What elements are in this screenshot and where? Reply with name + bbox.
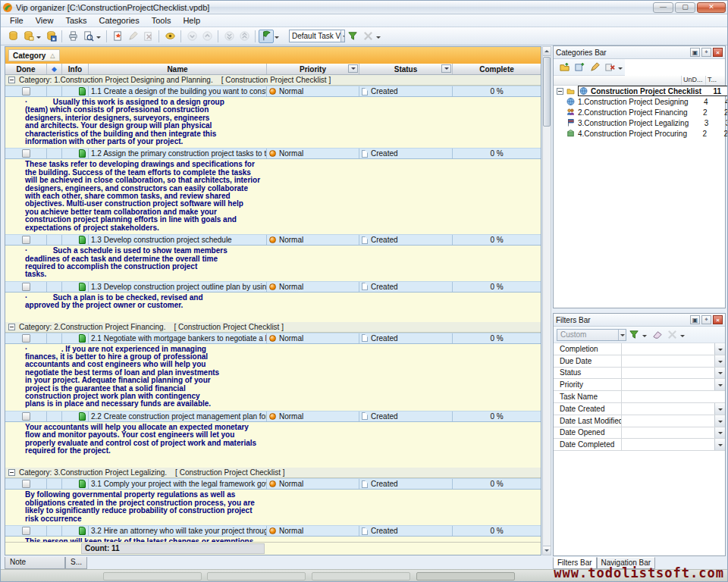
filter-preset-combo[interactable]: Custom (557, 329, 626, 341)
task-name-cell[interactable]: 3.1 Comply your project with the legal f… (89, 479, 267, 489)
task-name-cell[interactable]: 1.3 Develop construction project schedul… (89, 235, 267, 245)
tree-item-body[interactable]: 4.Construction Project Procuring22 (566, 128, 728, 139)
status-cell[interactable]: Created (359, 526, 453, 536)
chevron-down-icon[interactable] (714, 379, 725, 390)
tree-item-body[interactable]: Construction Project Checklist1111 (578, 86, 728, 96)
move-down-button[interactable] (184, 30, 199, 43)
close-panel-icon[interactable]: × (713, 48, 723, 57)
group-row[interactable]: Category: 3.Construction Project Legaliz… (5, 468, 541, 478)
filter-value[interactable] (622, 439, 714, 450)
task-name-cell[interactable]: 1.3 Develop construction project outline… (89, 282, 267, 292)
tree-item[interactable]: Construction Project Checklist1111 (554, 86, 725, 96)
column-header-status[interactable]: Status (359, 64, 453, 74)
apply-filter-button-caret-icon[interactable] (642, 335, 647, 340)
grid-vertical-scrollbar[interactable] (542, 46, 551, 555)
delete-category-button[interactable] (602, 61, 617, 74)
status-cell[interactable]: Created (359, 282, 453, 292)
column-header-complete[interactable]: Complete (453, 64, 541, 74)
task-view-combo[interactable]: Default Task V (289, 30, 345, 42)
tree-item-body[interactable]: 2.Construction Project Financing22 (566, 107, 728, 117)
open-database-button-caret-icon[interactable] (36, 36, 41, 41)
tree-item[interactable]: 2.Construction Project Financing22 (554, 107, 725, 117)
pin-panel-icon[interactable]: ⌖ (701, 315, 711, 324)
done-checkbox[interactable] (22, 87, 30, 95)
cancel-filter-button[interactable] (664, 328, 679, 342)
tree-item-body[interactable]: 3.Construction Project Legalizing33 (566, 117, 728, 128)
save-database-button[interactable] (43, 30, 58, 43)
task-row[interactable]: 1.3 Develop construction project outline… (5, 281, 541, 293)
tab-s[interactable]: S... (65, 557, 87, 569)
task-name-cell[interactable]: 1.2 Assign the primary construction proj… (89, 149, 267, 158)
print-preview-button-caret-icon[interactable] (96, 36, 101, 41)
apply-view-filter-button[interactable] (345, 30, 360, 43)
priority-filter-button[interactable] (348, 64, 358, 73)
done-checkbox[interactable] (22, 527, 30, 535)
status-filter-button[interactable] (441, 64, 451, 73)
column-header-done[interactable]: Done (5, 64, 47, 74)
delete-category-button-caret-icon[interactable] (618, 67, 623, 72)
cancel-filter-button-caret-icon[interactable] (680, 335, 685, 340)
chevron-down-icon[interactable] (714, 368, 725, 379)
toolbar-overflow-icon[interactable] (376, 36, 381, 41)
new-list-button[interactable] (557, 61, 572, 74)
done-checkbox[interactable] (22, 283, 30, 291)
status-cell[interactable]: Created (359, 411, 453, 421)
filter-value[interactable] (622, 427, 714, 439)
task-name-cell[interactable]: 1.1 Create a design of the building you … (89, 86, 267, 96)
tree-item[interactable]: 3.Construction Project Legalizing33 (554, 117, 725, 128)
menu-help[interactable]: Help (177, 15, 206, 26)
task-row[interactable]: 2.1 Negotiate with mortgage bankers to n… (5, 333, 541, 344)
task-name-cell[interactable]: 2.2 Create construction project manageme… (89, 411, 267, 421)
open-database-button[interactable] (20, 30, 36, 43)
group-by-category-button[interactable]: Category △ (8, 49, 60, 61)
print-preview-button[interactable] (80, 30, 96, 43)
tab-note[interactable]: Note (5, 557, 65, 569)
priority-cell[interactable]: Normal (267, 479, 359, 489)
chevron-down-icon[interactable] (714, 343, 725, 355)
chevron-down-icon[interactable] (714, 403, 725, 415)
chevron-down-icon[interactable] (714, 439, 725, 450)
move-top-button[interactable] (237, 30, 252, 43)
priority-cell[interactable]: Normal (267, 149, 359, 158)
view-notes-button[interactable] (162, 30, 177, 43)
menu-file[interactable]: File (4, 15, 30, 26)
task-name-cell[interactable]: 2.1 Negotiate with mortgage bankers to n… (89, 333, 267, 343)
filter-value[interactable] (622, 403, 714, 415)
minimize-button[interactable]: — (653, 2, 673, 13)
edit-task-button[interactable] (125, 30, 140, 43)
tree-item[interactable]: 4.Construction Project Procuring22 (554, 128, 725, 139)
restore-panel-icon[interactable]: ▣ (690, 48, 700, 57)
scrollbar-thumb[interactable] (543, 57, 551, 127)
clear-filter-button[interactable] (649, 328, 664, 342)
priority-cell[interactable]: Normal (267, 333, 359, 343)
column-total[interactable]: T... (705, 76, 725, 85)
column-header-name[interactable]: Name (89, 64, 267, 74)
group-row[interactable]: Category: 1.Construction Project Designi… (5, 75, 541, 86)
status-cell[interactable]: Created (359, 86, 453, 96)
task-row[interactable]: 3.2 Hire an attorney who will take your … (5, 525, 541, 537)
priority-cell[interactable]: Normal (267, 86, 359, 96)
priority-cell[interactable]: Normal (267, 282, 359, 292)
task-row[interactable]: 2.2 Create construction project manageme… (5, 411, 541, 422)
status-cell[interactable]: Created (359, 235, 453, 245)
collapse-icon[interactable] (8, 77, 15, 83)
edit-category-button[interactable] (587, 61, 602, 74)
collapse-icon[interactable] (8, 324, 15, 330)
pin-panel-icon[interactable]: ⌖ (701, 48, 711, 57)
collapse-icon[interactable] (8, 469, 15, 476)
menu-categories[interactable]: Categories (93, 15, 146, 26)
column-header-info[interactable]: Info (62, 64, 89, 74)
chevron-down-icon[interactable] (714, 355, 725, 367)
column-header-priority[interactable]: Priority (267, 64, 359, 74)
done-checkbox[interactable] (22, 236, 30, 244)
group-row[interactable]: Category: 2.Construction Project Financi… (5, 322, 541, 333)
new-category-button[interactable] (572, 61, 587, 74)
chevron-down-icon[interactable] (714, 415, 725, 427)
task-views-button-caret-icon[interactable] (275, 36, 279, 41)
done-checkbox[interactable] (22, 412, 30, 421)
filter-value[interactable] (622, 343, 714, 355)
apply-filter-button[interactable] (626, 328, 642, 342)
status-cell[interactable]: Created (359, 479, 453, 489)
filter-value[interactable] (622, 355, 714, 367)
scroll-down-icon[interactable] (543, 546, 551, 555)
